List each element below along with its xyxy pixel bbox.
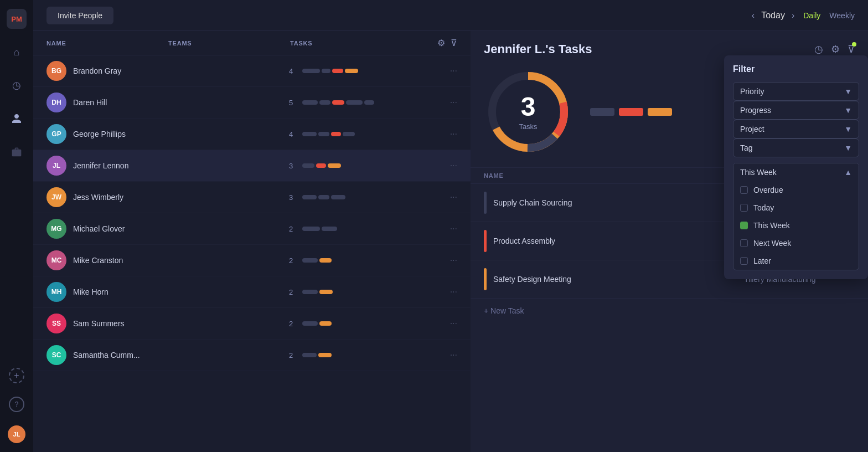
chevron-down-icon: ▼ — [844, 106, 852, 115]
person-task-bars — [302, 227, 446, 231]
filter-checkbox[interactable] — [740, 186, 748, 194]
filter-tag-dropdown[interactable]: Tag▼ — [733, 138, 859, 157]
task-row-name: Product Assembly — [487, 237, 744, 245]
filter-progress-dropdown[interactable]: Progress▼ — [733, 101, 859, 120]
person-avatar: SC — [46, 345, 66, 365]
task-legend — [590, 108, 672, 116]
person-avatar: JL — [46, 156, 66, 176]
topbar: Invite People ‹ Today › Daily Weekly — [33, 0, 868, 31]
person-name: George Phillips — [73, 130, 167, 138]
task-bar — [332, 100, 344, 105]
chevron-down-icon: ▼ — [844, 87, 852, 96]
sidebar-item-clock[interactable]: ◷ — [7, 75, 27, 95]
task-count-label: Tasks — [519, 122, 537, 131]
filter-checkbox[interactable] — [740, 257, 748, 265]
task-bar — [302, 195, 317, 199]
person-more-button[interactable]: ··· — [450, 97, 457, 107]
person-row[interactable]: JL Jennifer Lennon 3 ··· — [33, 150, 471, 182]
filter-view-icon[interactable]: ⊽ — [848, 43, 855, 55]
task-bar — [302, 69, 320, 73]
invite-people-button[interactable]: Invite People — [46, 7, 113, 24]
add-workspace-button[interactable]: + — [9, 368, 24, 383]
sidebar-item-people[interactable] — [7, 109, 27, 129]
person-more-button[interactable]: ··· — [450, 66, 457, 76]
new-task-button[interactable]: + New Task — [471, 299, 868, 323]
main-content: Invite People ‹ Today › Daily Weekly NAM… — [33, 0, 868, 452]
person-task-count: 2 — [289, 320, 302, 328]
task-bar — [319, 290, 333, 294]
person-task-count: 3 — [289, 162, 302, 170]
task-bar — [302, 227, 320, 231]
person-row[interactable]: SS Sam Summers 2 ··· — [33, 308, 471, 340]
person-name: Jess Wimberly — [73, 193, 167, 202]
donut-center: 3 Tasks — [519, 94, 537, 131]
filter-project-dropdown[interactable]: Project▼ — [733, 120, 859, 138]
person-more-button[interactable]: ··· — [450, 350, 457, 360]
person-row[interactable]: SC Samantha Cumm... 2 ··· — [33, 340, 471, 371]
filter-settings-icon[interactable]: ⚙ — [437, 38, 445, 48]
settings-view-icon[interactable]: ⚙ — [831, 43, 840, 55]
filter-option-next-week[interactable]: Next Week — [733, 234, 859, 252]
clock-view-icon[interactable]: ◷ — [814, 43, 823, 55]
col-name-header: NAME — [46, 40, 168, 47]
person-task-bars — [302, 69, 446, 73]
next-date-button[interactable]: › — [792, 11, 794, 20]
person-more-button[interactable]: ··· — [450, 161, 457, 171]
person-row[interactable]: MC Mike Cranston 2 ··· — [33, 245, 471, 276]
filter-date-options: OverdueTodayThis WeekNext WeekLater — [733, 181, 859, 270]
filter-date-selected: This Week ▲ — [733, 163, 859, 181]
task-bar — [318, 195, 329, 199]
chevron-down-icon: ▼ — [844, 143, 852, 152]
daily-view-button[interactable]: Daily — [803, 11, 820, 20]
person-avatar: MH — [46, 282, 66, 302]
weekly-view-button[interactable]: Weekly — [829, 11, 855, 20]
person-name: Daren Hill — [73, 98, 167, 107]
person-more-button[interactable]: ··· — [450, 129, 457, 139]
user-avatar[interactable]: JL — [8, 425, 25, 443]
task-bar — [331, 132, 341, 136]
filter-option-today[interactable]: Today — [733, 199, 859, 217]
person-row[interactable]: BG Brandon Gray 4 ··· — [33, 55, 471, 87]
prev-date-button[interactable]: ‹ — [752, 11, 755, 20]
person-more-button[interactable]: ··· — [450, 224, 457, 234]
filter-panel-title: Filter — [733, 64, 859, 74]
person-name: Mike Cranston — [73, 256, 167, 265]
person-row[interactable]: JW Jess Wimberly 3 ··· — [33, 182, 471, 213]
person-row[interactable]: GP George Phillips 4 ··· — [33, 119, 471, 150]
person-avatar: SS — [46, 314, 66, 333]
filter-option-label: Next Week — [753, 239, 791, 248]
filter-date-dropdown[interactable]: This Week ▲ OverdueTodayThis WeekNext We… — [733, 163, 859, 270]
person-more-button[interactable]: ··· — [450, 192, 457, 202]
sidebar-item-home[interactable]: ⌂ — [7, 42, 27, 62]
person-task-bars — [302, 353, 446, 357]
person-more-button[interactable]: ··· — [450, 319, 457, 328]
filter-checkbox[interactable] — [740, 204, 748, 212]
person-row[interactable]: MG Michael Glover 2 ··· — [33, 213, 471, 245]
person-row[interactable]: MH Mike Horn 2 ··· — [33, 276, 471, 308]
help-button[interactable]: ? — [9, 397, 24, 412]
filter-option-label: This Week — [753, 221, 790, 230]
filter-option-this-week[interactable]: This Week — [733, 217, 859, 234]
app-logo[interactable]: PM — [7, 9, 27, 29]
filter-checkbox[interactable] — [740, 239, 748, 247]
person-name: Jennifer Lennon — [73, 161, 167, 170]
filter-priority-dropdown[interactable]: Priority▼ — [733, 82, 859, 101]
person-name: Brandon Gray — [73, 66, 167, 75]
filter-option-overdue[interactable]: Overdue — [733, 181, 859, 199]
content-area: NAME TEAMS TASKS ⚙ ⊽ BG Brandon Gray 4 ·… — [33, 31, 868, 452]
sidebar-item-briefcase[interactable] — [7, 142, 27, 162]
person-avatar: DH — [46, 93, 66, 112]
legend-bar-orange — [648, 108, 672, 116]
filter-checkbox[interactable] — [740, 222, 748, 229]
filter-option-later[interactable]: Later — [733, 252, 859, 270]
filter-icon[interactable]: ⊽ — [451, 38, 457, 48]
task-bar — [318, 353, 332, 357]
task-bar — [346, 100, 363, 105]
task-bar — [322, 69, 330, 73]
person-row[interactable]: DH Daren Hill 5 ··· — [33, 87, 471, 119]
person-more-button[interactable]: ··· — [450, 287, 457, 297]
filter-select-label: Priority — [740, 87, 764, 96]
person-more-button[interactable]: ··· — [450, 255, 457, 265]
person-task-bars — [302, 163, 446, 168]
task-panel: Jennifer L.'s Tasks ◷ ⚙ ⊽ — [471, 31, 868, 452]
